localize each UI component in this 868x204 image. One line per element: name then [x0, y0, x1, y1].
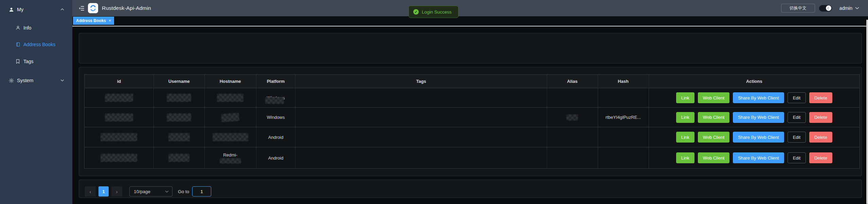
redacted-hostname — [221, 113, 239, 122]
sidebar-group-label: My — [17, 7, 23, 12]
user-menu[interactable]: admin — [839, 5, 859, 11]
pagination-card: ‹ 1 › 10/page Go to — [79, 180, 862, 198]
alias-cell — [547, 147, 598, 168]
sidebar-group-my[interactable]: My — [0, 3, 72, 16]
share-by-web-client-button[interactable]: Share By Web Client — [733, 112, 784, 123]
menu-fold-icon[interactable] — [79, 6, 84, 11]
sidebar-item-info[interactable]: Info — [0, 22, 72, 34]
topbar-right: 切换中文 ☾ admin — [781, 4, 859, 13]
app-title: Rustdesk-Api-Admin — [102, 5, 151, 11]
page-size-value: 10/page — [134, 189, 150, 194]
chevron-up-icon — [60, 8, 64, 11]
dark-mode-toggle[interactable]: ☾ — [819, 5, 832, 12]
platform-cell: Windows — [256, 108, 295, 127]
prev-icon: ‹ — [90, 189, 91, 194]
share-by-web-client-button[interactable]: Share By Web Client — [733, 132, 784, 143]
delete-button[interactable]: Delete — [809, 92, 832, 103]
edit-button[interactable]: Edit — [788, 132, 806, 143]
goto-page-input[interactable] — [192, 186, 211, 197]
web-client-button[interactable]: Web Client — [698, 132, 729, 143]
page-number-1[interactable]: 1 — [98, 186, 109, 197]
tags-cell — [295, 88, 546, 107]
alias-cell — [547, 127, 598, 147]
sidebar-item-label: Info — [23, 25, 31, 31]
redacted-id — [105, 94, 133, 102]
web-client-button[interactable]: Web Client — [698, 152, 729, 163]
redacted-username — [167, 94, 191, 102]
next-page-button[interactable]: › — [111, 186, 122, 197]
delete-button[interactable]: Delete — [809, 112, 832, 123]
notebook-icon — [15, 42, 20, 47]
chevron-down-icon — [165, 190, 169, 193]
alias-cell — [547, 88, 598, 107]
redacted-hostname — [220, 158, 241, 164]
column-header-alias: Alias — [547, 75, 598, 88]
link-button[interactable]: Link — [676, 152, 694, 163]
table-row: Redmi- Android Link Web Client Share By … — [85, 147, 860, 168]
delete-button[interactable]: Delete — [809, 132, 832, 143]
address-books-table: id Username Hostname Platform Tags Alias… — [84, 74, 860, 169]
redacted-hostname — [213, 133, 248, 141]
close-icon[interactable]: × — [109, 19, 111, 23]
chevron-down-icon — [60, 79, 64, 82]
edit-button[interactable]: Edit — [788, 112, 806, 123]
table-header-row: id Username Hostname Platform Tags Alias… — [85, 75, 860, 88]
tab-label: Address Books — [76, 18, 106, 23]
column-header-hostname: Hostname — [204, 75, 256, 88]
edit-button[interactable]: Edit — [788, 92, 806, 103]
web-client-button[interactable]: Web Client — [698, 92, 729, 103]
sidebar-item-tags[interactable]: Tags — [0, 55, 72, 68]
link-button[interactable]: Link — [676, 132, 694, 143]
table-row: Android Link Web Client Share By Web Cli… — [85, 127, 860, 147]
profile-icon — [15, 25, 20, 30]
sidebar-item-address-books[interactable]: Address Books — [0, 38, 72, 51]
redacted-username — [168, 154, 189, 162]
hostname-cell: Redmi- — [220, 152, 241, 164]
platform-cell: Android — [256, 147, 295, 168]
sidebar-group-label: System — [17, 78, 33, 83]
actions-cell: Link Web Client Share By Web Client Edit… — [649, 127, 860, 147]
actions-cell: Link Web Client Share By Web Client Edit… — [649, 147, 860, 168]
language-switch-button[interactable]: 切换中文 — [781, 4, 815, 13]
delete-button[interactable]: Delete — [809, 152, 832, 163]
actions-cell: Link Web Client Share By Web Client Edit… — [649, 88, 860, 107]
hash-cell — [598, 127, 649, 147]
share-by-web-client-button[interactable]: Share By Web Client — [733, 92, 784, 103]
check-circle-icon: ✓ — [413, 9, 419, 15]
hash-cell: rtbeYI4gIPuzRE... — [598, 108, 649, 127]
tabbar-divider — [72, 26, 868, 26]
tab-address-books[interactable]: Address Books × — [73, 17, 114, 25]
filter-card: Id Username Hostname Filter Add — [79, 33, 862, 63]
vertical-scrollbar[interactable] — [866, 20, 868, 204]
column-header-platform: Platform — [256, 75, 295, 88]
column-header-hash: Hash — [598, 75, 649, 88]
bookmark-icon — [15, 59, 20, 64]
column-header-id: id — [85, 75, 153, 88]
edit-button[interactable]: Edit — [788, 152, 806, 163]
redacted-id — [101, 154, 137, 162]
sidebar-group-system[interactable]: System — [0, 74, 72, 87]
prev-page-button[interactable]: ‹ — [85, 186, 96, 197]
link-button[interactable]: Link — [676, 112, 694, 123]
column-header-username: Username — [153, 75, 204, 88]
sidebar-item-label: Address Books — [23, 42, 55, 47]
actions-cell: Link Web Client Share By Web Client Edit… — [649, 108, 860, 127]
web-client-button[interactable]: Web Client — [698, 112, 729, 123]
rustdesk-logo — [88, 3, 98, 13]
link-button[interactable]: Link — [676, 92, 694, 103]
share-by-web-client-button[interactable]: Share By Web Client — [733, 152, 784, 163]
goto-label: Go to — [178, 189, 189, 194]
column-header-actions: Actions — [649, 75, 860, 88]
table-row: Windows Link Web Client Share By Web Cli… — [85, 88, 860, 107]
page-size-select[interactable]: 10/page — [129, 186, 173, 197]
redaction-overlay — [265, 97, 284, 104]
redacted-hostname — [217, 94, 243, 102]
username-label: admin — [839, 5, 852, 11]
sidebar-item-label: Tags — [23, 59, 34, 64]
column-header-tags: Tags — [295, 75, 546, 88]
tags-cell — [295, 147, 546, 168]
platform-cell: Android — [256, 127, 295, 147]
redacted-alias — [566, 114, 578, 120]
redacted-username — [168, 133, 190, 141]
toast-login-success: ✓ Login Success — [409, 6, 458, 18]
